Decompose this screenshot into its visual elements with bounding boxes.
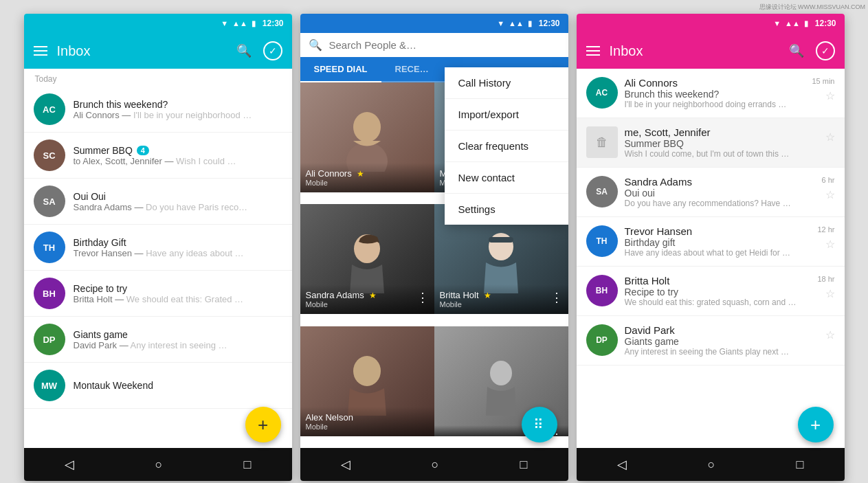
list-item[interactable]: DP Giants game David Park — Any interest… <box>24 317 292 363</box>
tab-recent[interactable]: RECE… <box>381 57 443 82</box>
contact-tile-overlay: Alex Nelson Mobile <box>300 407 434 436</box>
dropdown-item-import[interactable]: Import/export <box>445 99 568 131</box>
hamburger-icon-3[interactable] <box>586 46 600 56</box>
msg-from: Sandra Adams — Do you have Paris reco… <box>74 202 282 212</box>
svg-point-7 <box>353 356 381 386</box>
svg-point-8 <box>490 361 512 385</box>
svg-point-0 <box>353 112 381 142</box>
list-item[interactable]: MW Montauk Weekend <box>24 363 292 409</box>
fab-1[interactable]: + <box>245 407 281 442</box>
detail-meta: 6 hr ☆ <box>822 176 835 201</box>
star-icon[interactable]: ☆ <box>825 287 835 300</box>
nav-home-1[interactable]: ○ <box>142 452 177 478</box>
bottom-nav-2: ◁ ○ □ <box>300 448 568 481</box>
dropdown-item-new-contact[interactable]: New contact <box>445 162 568 194</box>
dropdown-item-clear[interactable]: Clear frequents <box>445 131 568 162</box>
detail-item[interactable]: DP David Park Giants game Any interest i… <box>577 316 845 366</box>
detail-preview: We should eat this: grated squash, corn … <box>625 297 811 307</box>
nav-home-3[interactable]: ○ <box>694 452 729 478</box>
search-input[interactable] <box>329 39 560 51</box>
contact-tile-overlay: Sandra Adams ★ Mobile ⋮ <box>300 284 434 314</box>
contact-tile-overlay: Ali Connors ★ Mobile <box>300 163 434 192</box>
avatar-detail: TH <box>586 225 618 257</box>
nav-recent-3[interactable]: □ <box>783 452 818 478</box>
search-button-3[interactable]: 🔍 <box>787 41 806 60</box>
check-button-1[interactable]: ✓ <box>263 41 282 60</box>
detail-subject: Oui oui <box>625 188 815 199</box>
fab-3[interactable]: + <box>798 407 834 442</box>
detail-content: Britta Holt Recipe to try We should eat … <box>625 275 811 307</box>
dropdown-item-settings[interactable]: Settings <box>445 194 568 225</box>
fab-2[interactable]: ⠿ <box>522 407 557 442</box>
contact-name: Ali Connors ★ <box>306 168 429 179</box>
detail-meta: 12 hr ☆ <box>817 225 834 251</box>
signal-icon-3: ▼ <box>773 19 781 27</box>
detail-content: Trevor Hansen Birthday gift Have any ide… <box>625 225 811 258</box>
avatar: TH <box>34 232 65 263</box>
avatar: MW <box>34 370 65 401</box>
app-bar-1: Inbox 🔍 ✓ <box>24 33 292 69</box>
msg-subject: Recipe to try <box>74 283 282 294</box>
detail-subject: Recipe to try <box>625 287 811 297</box>
msg-subject: Montauk Weekend <box>74 380 282 391</box>
contact-tile-alex[interactable]: Alex Nelson Mobile <box>300 326 434 436</box>
avatar-detail: DP <box>586 324 618 356</box>
phone-frame-3: ▼ ▲▲ ▮ 12:30 Inbox 🔍 ✓ AC Ali Connors Br… <box>577 14 845 481</box>
avatar: BH <box>34 278 65 309</box>
battery-icon: ▮ <box>252 19 256 28</box>
star-icon[interactable]: ☆ <box>825 89 835 102</box>
search-button-1[interactable]: 🔍 <box>234 41 254 60</box>
tab-speed-dial[interactable]: SPEED DIAL <box>300 57 381 82</box>
trash-avatar: 🗑 <box>586 126 618 158</box>
list-item[interactable]: TH Birthday Gift Trevor Hansen — Have an… <box>24 225 292 271</box>
msg-content: Recipe to try Britta Holt — We should ea… <box>74 283 282 304</box>
nav-home-2[interactable]: ○ <box>418 452 453 478</box>
detail-item[interactable]: AC Ali Connors Brunch this weekend? I'll… <box>577 69 845 118</box>
nav-recent-1[interactable]: □ <box>230 452 265 478</box>
dots-icon[interactable]: ⋮ <box>416 290 429 305</box>
detail-item[interactable]: TH Trevor Hansen Birthday gift Have any … <box>577 217 845 267</box>
list-item[interactable]: BH Recipe to try Britta Holt — We should… <box>24 271 292 317</box>
msg-content: Birthday Gift Trevor Hansen — Have any i… <box>74 237 282 258</box>
check-button-3[interactable]: ✓ <box>816 41 835 60</box>
detail-from: Ali Connors <box>625 77 805 89</box>
star-icon[interactable]: ☆ <box>825 238 835 251</box>
msg-subject: Giants game <box>74 329 282 340</box>
detail-time: 12 hr <box>817 225 834 234</box>
contact-tile-sandra[interactable]: Sandra Adams ★ Mobile ⋮ <box>300 204 434 314</box>
dots-icon-2[interactable]: ⋮ <box>550 290 563 305</box>
detail-item[interactable]: BH Britta Holt Recipe to try We should e… <box>577 267 845 316</box>
nav-back-3[interactable]: ◁ <box>603 451 641 478</box>
detail-item[interactable]: SA Sandra Adams Oui oui Do you have any … <box>577 168 845 217</box>
star-icon[interactable]: ☆ <box>825 188 835 201</box>
msg-content: Summer BBQ 4 to Alex, Scott, Jennifer — … <box>74 145 282 166</box>
avatar: SC <box>34 139 65 171</box>
signal-icon-2: ▼ <box>497 19 504 27</box>
detail-item[interactable]: 🗑 me, Scott, Jennifer Summer BBQ Wish I … <box>577 118 845 168</box>
status-bar-1: ▼ ▲▲ ▮ 12:30 <box>24 14 292 33</box>
nav-back-1[interactable]: ◁ <box>51 451 88 478</box>
detail-subject: Summer BBQ <box>625 138 819 149</box>
list-item[interactable]: SC Summer BBQ 4 to Alex, Scott, Jennifer… <box>24 133 292 179</box>
avatar-detail: AC <box>586 77 618 109</box>
list-item[interactable]: SA Oui Oui Sandra Adams — Do you have Pa… <box>24 179 292 225</box>
battery-icon-2: ▮ <box>528 19 532 28</box>
detail-subject: Birthday gift <box>625 237 811 248</box>
bottom-nav-1: ◁ ○ □ <box>24 448 292 481</box>
list-item[interactable]: AC Brunch this weekend? Ali Connors — I'… <box>24 87 292 133</box>
nav-back-2[interactable]: ◁ <box>327 451 364 478</box>
star-icon[interactable]: ☆ <box>825 328 835 341</box>
nav-recent-2[interactable]: □ <box>507 452 542 478</box>
star-icon[interactable]: ☆ <box>825 131 835 144</box>
detail-from: Sandra Adams <box>625 176 815 188</box>
detail-from: me, Scott, Jennifer <box>625 126 819 138</box>
dropdown-item-history[interactable]: Call History <box>445 67 568 99</box>
msg-content: Brunch this weekend? Ali Connors — I'll … <box>74 99 282 120</box>
message-list-1: AC Brunch this weekend? Ali Connors — I'… <box>24 87 292 448</box>
search-icon-2: 🔍 <box>309 38 322 52</box>
hamburger-icon[interactable] <box>34 46 47 56</box>
contact-name: Alex Nelson <box>306 412 429 423</box>
contact-tile-ali[interactable]: Ali Connors ★ Mobile <box>300 82 434 192</box>
detail-time: 6 hr <box>822 176 835 184</box>
detail-time: 15 min <box>812 77 834 85</box>
